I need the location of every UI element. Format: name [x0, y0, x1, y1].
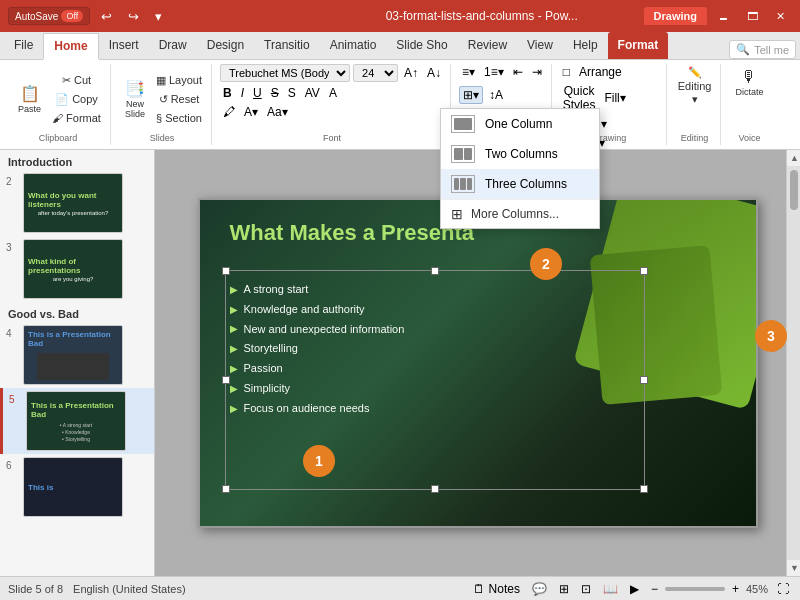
- shape-fill-button[interactable]: Fill▾: [601, 83, 628, 113]
- customize-button[interactable]: ▾: [150, 7, 167, 26]
- tab-design[interactable]: Design: [197, 32, 254, 59]
- font-color-button[interactable]: A: [326, 85, 340, 101]
- section-button[interactable]: § Section: [153, 110, 205, 126]
- handle-ml[interactable]: [222, 376, 230, 384]
- search-box[interactable]: 🔍 Tell me: [729, 40, 796, 59]
- three-columns-item[interactable]: Three Columns: [441, 169, 599, 199]
- vertical-scrollbar[interactable]: ▲ ▼: [786, 150, 800, 576]
- zoom-out-button[interactable]: −: [648, 581, 661, 597]
- cut-button[interactable]: ✂ Cut: [49, 72, 104, 89]
- one-column-item[interactable]: One Column: [441, 109, 599, 139]
- font-family-select[interactable]: Trebuchet MS (Body): [220, 64, 350, 82]
- slide-thumb-6[interactable]: 6 This is: [0, 454, 154, 520]
- shadow-button[interactable]: S: [285, 85, 299, 101]
- tab-draw[interactable]: Draw: [149, 32, 197, 59]
- copy-button[interactable]: 📄 Copy: [49, 91, 104, 108]
- slide-thumb-4[interactable]: 4 This is a Presentation Bad: [0, 322, 154, 388]
- editing-chevron: ▾: [692, 93, 698, 106]
- slideshow-button[interactable]: ▶: [627, 581, 642, 597]
- tab-help[interactable]: Help: [563, 32, 608, 59]
- slide-canvas[interactable]: What Makes a Presenta ▶A strong start ▶K…: [198, 198, 758, 528]
- slide-thumb-3[interactable]: 3 What kind of presentations are you giv…: [0, 236, 154, 302]
- redo-button[interactable]: ↪: [123, 7, 144, 26]
- comments-button[interactable]: 💬: [529, 581, 550, 597]
- autosave-button[interactable]: AutoSave Off: [8, 7, 90, 25]
- shape-button[interactable]: □: [560, 64, 573, 80]
- slide-panel: Introduction 2 What do you want listener…: [0, 150, 155, 576]
- bold-button[interactable]: B: [220, 85, 235, 101]
- bullet-1: ▶A strong start: [230, 280, 405, 300]
- zoom-level: 45%: [746, 583, 768, 595]
- bullets-button[interactable]: ≡▾: [459, 64, 478, 80]
- slide-num-5: 5: [9, 394, 21, 405]
- layout-button[interactable]: ▦ Layout: [153, 72, 205, 89]
- increase-font-button[interactable]: A↑: [401, 65, 421, 81]
- thumb-content-2: What do you want listeners after today's…: [24, 174, 122, 232]
- font-controls: Trebuchet MS (Body) 24 A↑ A↓ B I U S S A…: [220, 64, 444, 137]
- handle-tl[interactable]: [222, 267, 230, 275]
- text-direction-button[interactable]: ↕A: [486, 87, 506, 103]
- tab-transitions[interactable]: Transitio: [254, 32, 320, 59]
- font-size-select[interactable]: 24: [353, 64, 398, 82]
- minimize-button[interactable]: 🗕: [711, 8, 736, 24]
- title-bar-right: Drawing 🗕 🗖 ✕: [644, 7, 792, 25]
- new-slide-button[interactable]: 📑 NewSlide: [119, 75, 151, 123]
- format-painter-button[interactable]: 🖌 Format: [49, 110, 104, 126]
- undo-button[interactable]: ↩: [96, 7, 117, 26]
- two-columns-item[interactable]: Two Columns: [441, 139, 599, 169]
- title-bar-left: AutoSave Off ↩ ↪ ▾: [8, 7, 320, 26]
- slide-num-2: 2: [6, 176, 18, 187]
- zoom-slider[interactable]: [665, 587, 725, 591]
- strikethrough-button[interactable]: S: [268, 85, 282, 101]
- indent-left-button[interactable]: ⇤: [510, 64, 526, 80]
- tab-review[interactable]: Review: [458, 32, 517, 59]
- close-button[interactable]: ✕: [769, 8, 792, 25]
- paste-button[interactable]: 📋 Paste: [12, 80, 47, 118]
- case-button[interactable]: Aa▾: [264, 104, 291, 120]
- scroll-up-arrow[interactable]: ▲: [787, 150, 800, 166]
- drawing-context-tab[interactable]: Drawing: [644, 7, 707, 25]
- more-columns-item[interactable]: ⊞ More Columns...: [441, 199, 599, 228]
- decrease-font-button[interactable]: A↓: [424, 65, 444, 81]
- numbering-button[interactable]: 1≡▾: [481, 64, 507, 80]
- handle-tm[interactable]: [431, 267, 439, 275]
- search-icon: 🔍: [736, 43, 750, 56]
- fit-slide-button[interactable]: ⛶: [774, 581, 792, 597]
- tab-slideshow[interactable]: Slide Sho: [386, 32, 457, 59]
- tab-file[interactable]: File: [4, 32, 43, 59]
- indent-right-button[interactable]: ⇥: [529, 64, 545, 80]
- columns-button[interactable]: ⊞▾: [459, 86, 483, 104]
- tab-view[interactable]: View: [517, 32, 563, 59]
- more-columns-label: More Columns...: [471, 207, 559, 221]
- tab-format[interactable]: Format: [608, 32, 669, 59]
- handle-tr[interactable]: [640, 267, 648, 275]
- underline-button[interactable]: U: [250, 85, 265, 101]
- arrange-button[interactable]: Arrange: [576, 64, 625, 80]
- font-color-button2[interactable]: A▾: [241, 104, 261, 120]
- dictate-button[interactable]: 🎙 Dictate: [729, 64, 769, 101]
- reading-view-button[interactable]: 📖: [600, 581, 621, 597]
- handle-bl[interactable]: [222, 485, 230, 493]
- reset-button[interactable]: ↺ Reset: [153, 91, 205, 108]
- handle-bm[interactable]: [431, 485, 439, 493]
- editing-dropdown-button[interactable]: ✏️ Editing ▾: [675, 64, 715, 108]
- slide-thumb-2[interactable]: 2 What do you want listeners after today…: [0, 170, 154, 236]
- char-spacing-button[interactable]: AV: [302, 85, 323, 101]
- tab-insert[interactable]: Insert: [99, 32, 149, 59]
- tab-animations[interactable]: Animatio: [320, 32, 387, 59]
- handle-mr[interactable]: [640, 376, 648, 384]
- slide-sorter-button[interactable]: ⊡: [578, 581, 594, 597]
- scroll-thumb[interactable]: [790, 170, 798, 210]
- normal-view-button[interactable]: ⊞: [556, 581, 572, 597]
- zoom-in-button[interactable]: +: [729, 581, 742, 597]
- tab-home[interactable]: Home: [43, 33, 98, 60]
- italic-button[interactable]: I: [238, 85, 247, 101]
- scroll-down-arrow[interactable]: ▼: [787, 560, 800, 576]
- window-title: 03-format-lists-and-columns - Pow...: [326, 9, 638, 23]
- handle-br[interactable]: [640, 485, 648, 493]
- notes-button[interactable]: 🗒 Notes: [470, 581, 523, 597]
- slide-thumb-5[interactable]: 5 This is a Presentation Bad • A strong …: [0, 388, 154, 454]
- status-bar: Slide 5 of 8 English (United States) 🗒 N…: [0, 576, 800, 600]
- highlight-button[interactable]: 🖍: [220, 104, 238, 120]
- maximize-button[interactable]: 🗖: [740, 8, 765, 24]
